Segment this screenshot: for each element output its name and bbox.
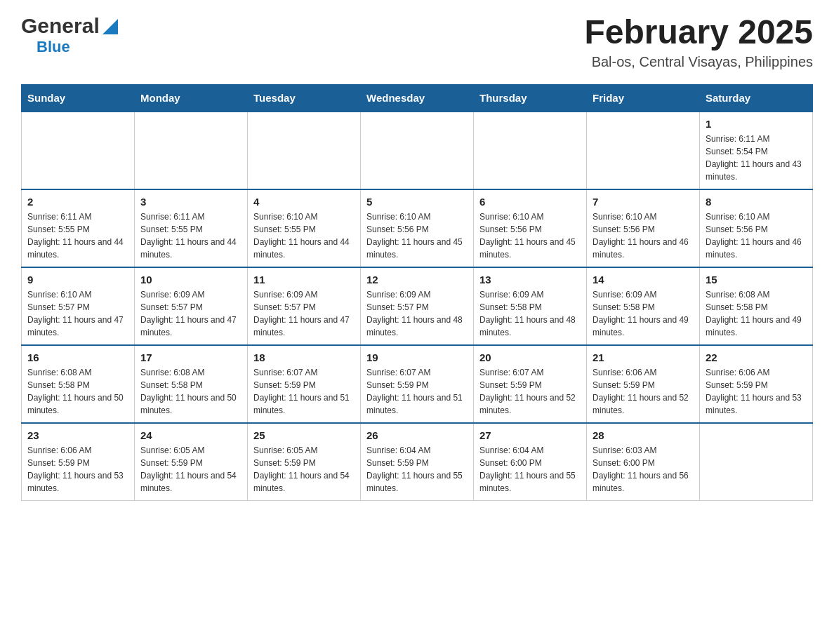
calendar-cell-w1-d1 xyxy=(22,112,135,189)
calendar-cell-w5-d5: 27Sunrise: 6:04 AMSunset: 6:00 PMDayligh… xyxy=(474,423,587,501)
day-info: Sunrise: 6:07 AMSunset: 5:59 PMDaylight:… xyxy=(366,366,468,417)
calendar-cell-w3-d6: 14Sunrise: 6:09 AMSunset: 5:58 PMDayligh… xyxy=(587,267,700,345)
day-number: 6 xyxy=(479,196,581,208)
calendar-cell-w4-d2: 17Sunrise: 6:08 AMSunset: 5:58 PMDayligh… xyxy=(135,345,248,423)
calendar-cell-w2-d7: 8Sunrise: 6:10 AMSunset: 5:56 PMDaylight… xyxy=(700,189,813,267)
calendar-cell-w1-d2 xyxy=(135,112,248,189)
day-number: 22 xyxy=(706,351,807,363)
day-info: Sunrise: 6:11 AMSunset: 5:54 PMDaylight:… xyxy=(706,133,807,183)
week-row-4: 16Sunrise: 6:08 AMSunset: 5:58 PMDayligh… xyxy=(22,345,813,423)
day-info: Sunrise: 6:10 AMSunset: 5:56 PMDaylight:… xyxy=(706,210,807,261)
day-info: Sunrise: 6:10 AMSunset: 5:57 PMDaylight:… xyxy=(27,288,128,339)
calendar-cell-w4-d7: 22Sunrise: 6:06 AMSunset: 5:59 PMDayligh… xyxy=(700,345,813,423)
calendar-cell-w3-d1: 9Sunrise: 6:10 AMSunset: 5:57 PMDaylight… xyxy=(22,267,135,345)
day-number: 27 xyxy=(479,429,581,441)
day-number: 15 xyxy=(706,274,807,286)
day-info: Sunrise: 6:09 AMSunset: 5:58 PMDaylight:… xyxy=(593,288,694,339)
page-header: General Blue February 2025 Bal-os, Centr… xyxy=(21,14,813,70)
header-thursday: Thursday xyxy=(474,84,587,112)
day-number: 26 xyxy=(366,429,468,441)
day-number: 1 xyxy=(706,118,807,130)
day-info: Sunrise: 6:04 AMSunset: 6:00 PMDaylight:… xyxy=(479,444,581,495)
calendar-cell-w5-d1: 23Sunrise: 6:06 AMSunset: 5:59 PMDayligh… xyxy=(22,423,135,501)
calendar-cell-w4-d4: 19Sunrise: 6:07 AMSunset: 5:59 PMDayligh… xyxy=(361,345,474,423)
day-number: 7 xyxy=(593,196,694,208)
header-saturday: Saturday xyxy=(700,84,813,112)
day-info: Sunrise: 6:05 AMSunset: 5:59 PMDaylight:… xyxy=(253,444,355,495)
header-wednesday: Wednesday xyxy=(361,84,474,112)
day-number: 13 xyxy=(479,274,581,286)
day-number: 11 xyxy=(253,274,355,286)
day-info: Sunrise: 6:10 AMSunset: 5:56 PMDaylight:… xyxy=(593,210,694,261)
day-info: Sunrise: 6:09 AMSunset: 5:57 PMDaylight:… xyxy=(140,288,241,339)
calendar-cell-w3-d7: 15Sunrise: 6:08 AMSunset: 5:58 PMDayligh… xyxy=(700,267,813,345)
calendar-cell-w5-d6: 28Sunrise: 6:03 AMSunset: 6:00 PMDayligh… xyxy=(587,423,700,501)
calendar-cell-w2-d2: 3Sunrise: 6:11 AMSunset: 5:55 PMDaylight… xyxy=(135,189,248,267)
header-tuesday: Tuesday xyxy=(248,84,361,112)
header-monday: Monday xyxy=(135,84,248,112)
calendar-cell-w1-d6 xyxy=(587,112,700,189)
week-row-1: 1Sunrise: 6:11 AMSunset: 5:54 PMDaylight… xyxy=(22,112,813,189)
calendar-cell-w4-d5: 20Sunrise: 6:07 AMSunset: 5:59 PMDayligh… xyxy=(474,345,587,423)
calendar-body: 1Sunrise: 6:11 AMSunset: 5:54 PMDaylight… xyxy=(22,112,813,501)
day-number: 24 xyxy=(140,429,241,441)
calendar-cell-w4-d1: 16Sunrise: 6:08 AMSunset: 5:58 PMDayligh… xyxy=(22,345,135,423)
logo-triangle-icon xyxy=(102,19,118,34)
calendar-cell-w5-d7 xyxy=(700,423,813,501)
day-number: 20 xyxy=(479,351,581,363)
day-info: Sunrise: 6:10 AMSunset: 5:56 PMDaylight:… xyxy=(366,210,468,261)
week-row-5: 23Sunrise: 6:06 AMSunset: 5:59 PMDayligh… xyxy=(22,423,813,501)
day-number: 17 xyxy=(140,351,241,363)
calendar-header: SundayMondayTuesdayWednesdayThursdayFrid… xyxy=(22,84,813,112)
day-info: Sunrise: 6:06 AMSunset: 5:59 PMDaylight:… xyxy=(27,444,128,495)
day-info: Sunrise: 6:04 AMSunset: 5:59 PMDaylight:… xyxy=(366,444,468,495)
day-info: Sunrise: 6:07 AMSunset: 5:59 PMDaylight:… xyxy=(479,366,581,417)
logo: General Blue xyxy=(21,14,118,56)
day-number: 28 xyxy=(593,429,694,441)
calendar-cell-w4-d6: 21Sunrise: 6:06 AMSunset: 5:59 PMDayligh… xyxy=(587,345,700,423)
day-info: Sunrise: 6:10 AMSunset: 5:56 PMDaylight:… xyxy=(479,210,581,261)
calendar-cell-w3-d5: 13Sunrise: 6:09 AMSunset: 5:58 PMDayligh… xyxy=(474,267,587,345)
month-title: February 2025 xyxy=(584,14,813,51)
calendar-cell-w2-d1: 2Sunrise: 6:11 AMSunset: 5:55 PMDaylight… xyxy=(22,189,135,267)
day-info: Sunrise: 6:06 AMSunset: 5:59 PMDaylight:… xyxy=(593,366,694,417)
day-number: 4 xyxy=(253,196,355,208)
calendar-cell-w3-d3: 11Sunrise: 6:09 AMSunset: 5:57 PMDayligh… xyxy=(248,267,361,345)
day-number: 23 xyxy=(27,429,128,441)
day-number: 25 xyxy=(253,429,355,441)
day-number: 10 xyxy=(140,274,241,286)
day-number: 19 xyxy=(366,351,468,363)
day-info: Sunrise: 6:06 AMSunset: 5:59 PMDaylight:… xyxy=(706,366,807,417)
day-info: Sunrise: 6:05 AMSunset: 5:59 PMDaylight:… xyxy=(140,444,241,495)
calendar-table: SundayMondayTuesdayWednesdayThursdayFrid… xyxy=(21,84,813,501)
week-row-3: 9Sunrise: 6:10 AMSunset: 5:57 PMDaylight… xyxy=(22,267,813,345)
day-info: Sunrise: 6:10 AMSunset: 5:55 PMDaylight:… xyxy=(253,210,355,261)
day-number: 16 xyxy=(27,351,128,363)
calendar-cell-w5-d4: 26Sunrise: 6:04 AMSunset: 5:59 PMDayligh… xyxy=(361,423,474,501)
day-info: Sunrise: 6:03 AMSunset: 6:00 PMDaylight:… xyxy=(593,444,694,495)
logo-general-text: General xyxy=(21,14,100,38)
calendar-cell-w4-d3: 18Sunrise: 6:07 AMSunset: 5:59 PMDayligh… xyxy=(248,345,361,423)
svg-marker-0 xyxy=(102,19,118,34)
calendar-cell-w1-d5 xyxy=(474,112,587,189)
calendar-cell-w5-d2: 24Sunrise: 6:05 AMSunset: 5:59 PMDayligh… xyxy=(135,423,248,501)
day-info: Sunrise: 6:09 AMSunset: 5:58 PMDaylight:… xyxy=(479,288,581,339)
day-number: 21 xyxy=(593,351,694,363)
day-number: 2 xyxy=(27,196,128,208)
calendar-cell-w1-d4 xyxy=(361,112,474,189)
day-info: Sunrise: 6:08 AMSunset: 5:58 PMDaylight:… xyxy=(706,288,807,339)
day-number: 9 xyxy=(27,274,128,286)
day-info: Sunrise: 6:07 AMSunset: 5:59 PMDaylight:… xyxy=(253,366,355,417)
week-row-2: 2Sunrise: 6:11 AMSunset: 5:55 PMDaylight… xyxy=(22,189,813,267)
day-number: 12 xyxy=(366,274,468,286)
calendar-cell-w2-d6: 7Sunrise: 6:10 AMSunset: 5:56 PMDaylight… xyxy=(587,189,700,267)
day-info: Sunrise: 6:08 AMSunset: 5:58 PMDaylight:… xyxy=(140,366,241,417)
calendar-cell-w5-d3: 25Sunrise: 6:05 AMSunset: 5:59 PMDayligh… xyxy=(248,423,361,501)
day-info: Sunrise: 6:09 AMSunset: 5:57 PMDaylight:… xyxy=(366,288,468,339)
days-of-week-row: SundayMondayTuesdayWednesdayThursdayFrid… xyxy=(22,84,813,112)
day-number: 8 xyxy=(706,196,807,208)
header-friday: Friday xyxy=(587,84,700,112)
day-number: 5 xyxy=(366,196,468,208)
location-text: Bal-os, Central Visayas, Philippines xyxy=(584,54,813,70)
calendar-cell-w2-d3: 4Sunrise: 6:10 AMSunset: 5:55 PMDaylight… xyxy=(248,189,361,267)
